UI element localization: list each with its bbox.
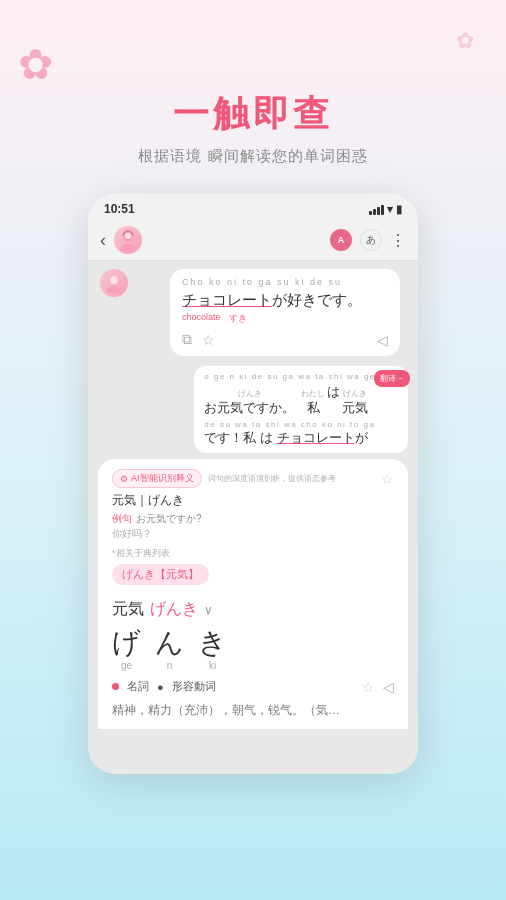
battery-icon: ▮: [396, 203, 402, 216]
annotation-suki: すき: [229, 312, 247, 325]
svg-point-4: [107, 286, 121, 293]
phone-mockup-container: 10:51 ▾ ▮ ‹: [0, 194, 506, 774]
kana-rom-ki: ki: [209, 660, 216, 671]
chat-area: Cho ko ni to ga su ki de su チョコレートが好きです。…: [88, 261, 418, 774]
message-bubble-2-container: o ge n ki de su ga wa ta shi wa ge n ki …: [98, 366, 408, 453]
dict-star-button[interactable]: ☆: [381, 471, 394, 487]
kana-rom-n: n: [167, 660, 173, 671]
svg-point-3: [110, 276, 118, 284]
hero-section: 一触即查 根据语境 瞬间解读您的单词困惑: [0, 0, 506, 184]
star-icon-msg[interactable]: ☆: [202, 332, 215, 348]
kana-cell-ge: げ ge: [112, 626, 141, 671]
word-heading: 元気 げんき ∨: [112, 599, 394, 620]
dict-header: ⚙ AI智能识别释义 词句的深度语境剖析，提供语态参考 ☆: [112, 469, 394, 488]
dictionary-panel: ⚙ AI智能识别释义 词句的深度语境剖析，提供语态参考 ☆ 元気｜げんき 例句 …: [98, 459, 408, 729]
smart-label: 词句的深度语境剖析，提供语态参考: [208, 473, 336, 484]
jp-line2: です！私 は チョコレートが: [204, 429, 398, 447]
flower-decoration-tr: ✿: [456, 28, 474, 54]
flower-decoration-tl: ✿: [18, 40, 53, 89]
header-action-icons: A あ ⋮: [330, 229, 406, 251]
phone-mockup: 10:51 ▾ ▮ ‹: [88, 194, 418, 774]
jp-line1: げんき お元気ですか。 わたし 私 は げんき 元気: [204, 383, 398, 417]
translate-ja-button[interactable]: あ: [360, 229, 382, 251]
more-options-button[interactable]: ⋮: [390, 231, 406, 250]
translate-button[interactable]: 翻译→: [374, 370, 410, 387]
pos-adjective: 形容動词: [172, 679, 216, 694]
kana-rom-ge: ge: [121, 660, 132, 671]
word-meaning: 精神，精力（充沛），朝气，锐气。（気…: [112, 701, 394, 719]
word-kanji-label: 元気: [112, 599, 144, 620]
highlighted-word-1: チョコレート: [182, 291, 272, 308]
back-button[interactable]: ‹: [100, 230, 106, 251]
translate-a-button[interactable]: A: [330, 229, 352, 251]
related-tag[interactable]: げんき【元気】: [112, 564, 209, 585]
word-star-button[interactable]: ☆: [362, 679, 375, 695]
status-time: 10:51: [104, 202, 135, 216]
pos-separator: ●: [157, 681, 164, 693]
hero-title: 一触即查: [0, 90, 506, 139]
example-jp: お元気ですか?: [136, 512, 202, 526]
pos-row: 名詞 ● 形容動词 ☆ ◁: [112, 679, 394, 695]
wifi-icon: ▾: [387, 203, 393, 216]
status-icons: ▾ ▮: [369, 203, 402, 216]
annotation-chocolate: chocolate: [182, 312, 221, 325]
romaji-line1: o ge n ki de su ga wa ta shi wa ge n ki: [204, 372, 398, 381]
signal-icon: [369, 203, 384, 215]
word-kana-label: げんき: [150, 599, 198, 620]
copy-icon[interactable]: ⧉: [182, 331, 192, 348]
flower-decoration-bl: ✳: [28, 616, 45, 640]
chat-avatar: [114, 226, 142, 254]
example-label: 例句: [112, 512, 132, 526]
status-bar: 10:51 ▾ ▮: [88, 194, 418, 220]
avatar-icon-1: [104, 273, 124, 293]
kana-cell-n: ん n: [155, 626, 184, 671]
dict-example-row: 例句 お元気ですか?: [112, 512, 394, 526]
chat-header: ‹ A あ ⋮: [88, 220, 418, 261]
bubble-romaji-1: Cho ko ni to ga su ki de su: [182, 277, 388, 287]
dict-translation: 你好吗？: [112, 527, 394, 541]
sender-avatar-1: [100, 269, 128, 297]
ai-label: AI智能识别释义: [131, 472, 194, 485]
kana-breakdown-grid: げ ge ん n き ki: [112, 626, 394, 671]
flower-decoration-br: ✳: [462, 699, 484, 730]
word-sound-button[interactable]: ◁: [383, 679, 394, 695]
pos-noun: 名詞: [127, 679, 149, 694]
svg-point-2: [125, 233, 131, 239]
message-bubble-1: Cho ko ni to ga su ki de su チョコレートが好きです。…: [134, 269, 408, 356]
ai-icon: ⚙: [120, 474, 128, 484]
bubble-content-1: Cho ko ni to ga su ki de su チョコレートが好きです。…: [170, 269, 400, 356]
dict-word: 元気｜げんき: [112, 492, 394, 509]
svg-point-1: [120, 244, 136, 251]
highlighted-chocolate: チョコレート: [277, 430, 355, 445]
hero-subtitle: 根据语境 瞬间解读您的单词困惑: [0, 147, 506, 166]
kana-char-ki: き: [198, 626, 227, 660]
kana-char-n: ん: [155, 626, 184, 660]
chevron-down-icon[interactable]: ∨: [204, 603, 213, 617]
kana-char-ge: げ: [112, 626, 141, 660]
bubble-suffix-1: が好きです。: [272, 291, 362, 308]
related-label: *相关于典列表: [112, 547, 394, 560]
kana-cell-ki: き ki: [198, 626, 227, 671]
pos-dot-icon: [112, 683, 119, 690]
bubble-annotation-1: chocolate すき: [182, 312, 388, 325]
bubble-actions-1: ⧉ ☆ ◁: [182, 331, 388, 348]
avatar-image: [117, 229, 139, 251]
romaji-line2: de su wa ta shi wa cho ko ni to ga: [204, 420, 398, 429]
bubble-text-1: チョコレートが好きです。: [182, 289, 388, 310]
sound-icon-msg[interactable]: ◁: [377, 332, 388, 348]
ai-badge: ⚙ AI智能识别释义: [112, 469, 202, 488]
